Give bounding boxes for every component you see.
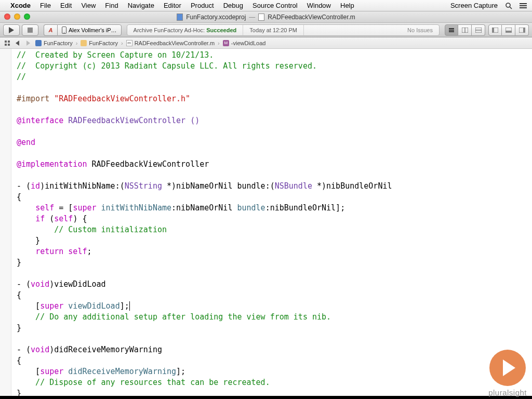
window-title-file: RADFeedbackViewController.m: [268, 14, 355, 21]
breadcrumb-group[interactable]: FunFactory: [78, 40, 120, 46]
folder-icon: [81, 40, 87, 46]
menu-view[interactable]: View: [81, 2, 96, 9]
svg-marker-5: [9, 27, 14, 33]
window-minimize-button[interactable]: [14, 14, 20, 20]
xcode-project-icon: [35, 40, 42, 46]
svg-rect-9: [449, 28, 454, 29]
source-editor[interactable]: // Created by Screen Capture on 10/21/13…: [11, 49, 532, 396]
nav-forward-button[interactable]: [23, 39, 33, 47]
nav-back-button[interactable]: [12, 39, 23, 47]
editor-mode-selector[interactable]: [445, 24, 485, 36]
mac-menubar: Xcode File Edit View Find Navigate Edito…: [0, 0, 532, 11]
svg-marker-27: [26, 41, 30, 46]
status-time: Today at 12:20 PM: [243, 25, 304, 35]
menu-window[interactable]: Window: [307, 2, 331, 9]
svg-rect-10: [449, 30, 454, 31]
menuextra-screen-capture[interactable]: Screen Capture: [450, 2, 498, 9]
svg-rect-24: [5, 44, 7, 46]
svg-marker-26: [16, 41, 19, 46]
editor-gutter[interactable]: [0, 49, 11, 396]
notification-center-icon[interactable]: [520, 3, 527, 9]
toggle-debug-area-button[interactable]: [502, 24, 515, 36]
svg-rect-25: [8, 44, 10, 46]
svg-rect-22: [5, 41, 7, 43]
scheme-selector[interactable]: A Alex Vollmer's iP…: [44, 24, 122, 36]
svg-rect-19: [506, 31, 512, 33]
breadcrumb-file[interactable]: mRADFeedbackViewController.m: [124, 40, 217, 46]
menu-edit[interactable]: Edit: [60, 2, 72, 9]
version-editor-button[interactable]: [472, 24, 485, 36]
svg-rect-17: [492, 28, 494, 33]
window-zoom-button[interactable]: [24, 14, 30, 20]
xcode-toolbar: A Alex Vollmer's iP… Archive FunFactory …: [0, 23, 532, 37]
svg-rect-11: [449, 31, 454, 32]
related-items-button[interactable]: [2, 39, 12, 47]
title-separator: —: [249, 14, 255, 21]
device-icon: [62, 26, 66, 34]
standard-editor-button[interactable]: [445, 24, 458, 36]
window-close-button[interactable]: [4, 14, 10, 20]
svg-line-1: [510, 7, 512, 9]
menu-navigate[interactable]: Navigate: [128, 2, 154, 9]
scheme-destination: Alex Vollmer's iP…: [69, 27, 117, 33]
window-titlebar: FunFactory.xcodeproj — RADFeedbackViewCo…: [0, 11, 532, 23]
menu-find[interactable]: Find: [105, 2, 118, 9]
menu-debug[interactable]: Debug: [223, 2, 243, 9]
status-result: Succeeded: [206, 27, 236, 33]
menu-editor[interactable]: Editor: [164, 2, 181, 9]
breadcrumb-symbol[interactable]: M-viewDidLoad: [221, 40, 268, 46]
svg-rect-21: [523, 28, 525, 33]
menu-file[interactable]: File: [40, 2, 51, 9]
panel-visibility-selector[interactable]: [488, 24, 529, 36]
menu-help[interactable]: Help: [340, 2, 354, 9]
assistant-editor-button[interactable]: [458, 24, 472, 36]
breadcrumb-project[interactable]: FunFactory: [33, 40, 75, 46]
toggle-utilities-button[interactable]: [515, 24, 529, 36]
menu-product[interactable]: Product: [191, 2, 214, 9]
activity-status[interactable]: Archive FunFactory Ad-Hoc: Succeeded Tod…: [127, 24, 440, 36]
method-icon: M: [223, 40, 229, 46]
run-button[interactable]: [3, 24, 20, 36]
svg-rect-23: [8, 41, 10, 43]
menu-source-control[interactable]: Source Control: [252, 2, 298, 9]
svg-point-0: [506, 3, 510, 7]
source-file-icon: [258, 14, 264, 21]
stop-button[interactable]: [22, 24, 38, 36]
scheme-app-icon: A: [49, 27, 53, 33]
project-file-icon: [177, 14, 183, 21]
status-action: Archive FunFactory Ad-Hoc:: [134, 27, 205, 33]
window-title-project: FunFactory.xcodeproj: [186, 14, 246, 21]
svg-rect-6: [28, 28, 33, 33]
spotlight-icon[interactable]: [505, 2, 512, 9]
status-issues: No Issues: [401, 25, 439, 35]
video-bottom-bar: [0, 396, 532, 399]
jump-bar: FunFactory › FunFactory › mRADFeedbackVi…: [0, 37, 532, 49]
objc-file-icon: m: [126, 40, 132, 46]
menu-app[interactable]: Xcode: [10, 2, 31, 9]
toggle-navigator-button[interactable]: [488, 24, 502, 36]
svg-point-8: [64, 32, 65, 33]
